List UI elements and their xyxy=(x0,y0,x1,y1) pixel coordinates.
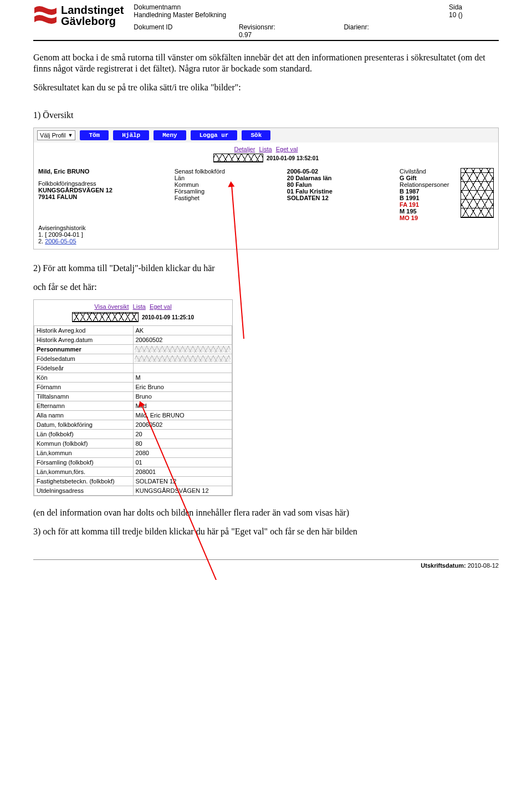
chevron-down-icon: ▼ xyxy=(68,132,73,138)
footer: Utskriftsdatum: 2010-08-12 xyxy=(33,559,499,569)
addr-line1: KUNGSGÅRDSVÄGEN 12 xyxy=(38,187,168,193)
footer-label: Utskriftsdatum: xyxy=(421,562,466,569)
paragraph-6: 3) och för att komma till tredje bilden … xyxy=(33,526,499,537)
detail-value xyxy=(133,345,232,354)
addr-label: Folkbokföringsadress xyxy=(38,180,168,187)
detail-value xyxy=(133,364,232,373)
table-row: EfternamnMild xyxy=(34,401,232,411)
detail-label: Förnamn xyxy=(34,383,134,392)
detail-value: Eric Bruno xyxy=(133,383,232,392)
detail-label: Alla namn xyxy=(34,411,134,420)
tab-egetval[interactable]: Eget val xyxy=(276,146,298,152)
btn-hjalp[interactable]: Hjälp xyxy=(113,130,149,140)
overview-screenshot: Välj Profil ▼ Töm Hjälp Meny Logga ur Sö… xyxy=(33,128,499,249)
tab-egetval-2[interactable]: Eget val xyxy=(150,303,172,310)
table-row: Historik Avreg.kodAK xyxy=(34,326,232,335)
detail-value: AK xyxy=(133,326,232,335)
logo: Landstinget Gävleborg xyxy=(33,3,124,28)
btn-meny[interactable]: Meny xyxy=(154,130,186,140)
table-row: Datum, folkbokföring20060502 xyxy=(34,420,232,430)
detail-value xyxy=(133,354,232,364)
detail-label: Tilltalsnamn xyxy=(34,392,134,401)
detail-label: Län,kommun xyxy=(34,448,134,458)
btn-tom[interactable]: Töm xyxy=(80,130,109,140)
overview-tabs: Detaljer Lista Eget val xyxy=(34,142,498,154)
detail-value: 20060502 xyxy=(133,420,232,430)
detail-value: SOLDATEN 12 xyxy=(133,477,232,486)
detail-label: Län (folkbokf) xyxy=(34,430,134,439)
detail-label: Personnummer xyxy=(34,345,134,354)
detail-value: 20060502 xyxy=(133,335,232,345)
table-row: KönM xyxy=(34,373,232,383)
paragraph-5: (en del information ovan har dolts och b… xyxy=(33,507,499,518)
detail-value: Mild, Eric BRUNO xyxy=(133,411,232,420)
tab-detaljer[interactable]: Detaljer xyxy=(234,146,255,152)
detail-value: Bruno xyxy=(133,392,232,401)
paragraph-3: 2) För att komma till "Detalj"-bilden kl… xyxy=(33,263,499,274)
tab-lista[interactable]: Lista xyxy=(259,146,272,152)
lbl-lan: Län xyxy=(175,175,280,181)
detail-label: Kön xyxy=(34,373,134,383)
table-row: Alla namnMild, Eric BRUNO xyxy=(34,411,232,420)
detail-label: Födelseår xyxy=(34,364,134,373)
table-row: Församling (folkbokf)01 xyxy=(34,458,232,467)
avis-label: Aviseringshistorik xyxy=(38,225,494,231)
detail-table: Historik Avreg.kodAKHistorik Avreg.datum… xyxy=(34,325,232,496)
detail-mosaic-icon xyxy=(72,312,139,322)
detail-label: Kommun (folkbokf) xyxy=(34,439,134,448)
val-kommun: 80 Falun xyxy=(287,181,393,188)
val-senast: 2006-05-02 xyxy=(287,168,393,175)
table-row: UtdelningsadressKUNGSGÅRDSVÄGEN 12 xyxy=(34,486,232,496)
val-fastighet: SOLDATEN 12 xyxy=(287,195,393,201)
avis-2-link[interactable]: 2006-05-05 xyxy=(45,238,76,244)
detail-value: Mild xyxy=(133,401,232,411)
detail-value: 2080 xyxy=(133,448,232,458)
lbl-senast: Senast folkbokförd xyxy=(175,168,280,175)
heading-1: 1) Översikt xyxy=(33,110,499,121)
detail-value: 80 xyxy=(133,439,232,448)
hdr-diarienr-label: Diarienr: xyxy=(344,23,449,31)
detail-value: 208001 xyxy=(133,467,232,477)
paragraph-2: Sökresultatet kan du se på tre olika sät… xyxy=(33,82,499,93)
toolbar: Välj Profil ▼ Töm Hjälp Meny Logga ur Sö… xyxy=(34,128,498,142)
detail-label: Efternamn xyxy=(34,401,134,411)
detail-label: Historik Avreg.kod xyxy=(34,326,134,335)
detail-timestamp: 2010-01-09 11:25:10 xyxy=(142,314,194,320)
detail-value: KUNGSGÅRDSVÄGEN 12 xyxy=(133,486,232,496)
logo-text-1: Landstinget xyxy=(61,4,124,16)
paragraph-1b: Några rutor är bockade som standard. xyxy=(178,64,312,73)
paragraph-4: och får se det här: xyxy=(33,282,499,293)
detail-value: 01 xyxy=(133,458,232,467)
hdr-dokid-label: Dokument ID xyxy=(134,23,239,31)
logo-text-2: Gävleborg xyxy=(61,16,124,27)
detail-screenshot: Visa översikt Lista Eget val 2010-01-09 … xyxy=(33,299,233,496)
detail-label: Fastighetsbeteckn. (folkbokf) xyxy=(34,477,134,486)
detail-label: Födelsedatum xyxy=(34,354,134,364)
btn-loggaur[interactable]: Logga ur xyxy=(191,130,238,140)
table-row: Län (folkbokf)20 xyxy=(34,430,232,439)
detail-label: Datum, folkbokföring xyxy=(34,420,134,430)
footer-value: 2010-08-12 xyxy=(468,562,499,569)
hdr-dokumentnamn-value: Handledning Master Befolkning xyxy=(134,11,239,19)
lbl-forsamling: Församling xyxy=(175,188,280,195)
avis-2-pre: 2. xyxy=(38,238,45,244)
table-row: Historik Avreg.datum20060502 xyxy=(34,335,232,345)
table-row: Län,kommun2080 xyxy=(34,448,232,458)
table-row: Födelseår xyxy=(34,364,232,373)
btn-sok[interactable]: Sök xyxy=(242,130,270,140)
val-lan: 20 Dalarnas län xyxy=(287,175,393,181)
lbl-fastighet: Fastighet xyxy=(175,195,280,201)
tab-visa-oversikt[interactable]: Visa översikt xyxy=(94,303,129,310)
landstinget-logo-icon xyxy=(33,3,58,28)
tab-lista-2[interactable]: Lista xyxy=(133,303,146,310)
hdr-revision-label: Revisionsnr: xyxy=(239,23,344,31)
table-row: Län,kommun,förs.208001 xyxy=(34,467,232,477)
detail-value: M xyxy=(133,373,232,383)
hdr-sida-label: Sida xyxy=(449,3,499,11)
table-row: Kommun (folkbokf)80 xyxy=(34,439,232,448)
detail-value: 20 xyxy=(133,430,232,439)
profile-select[interactable]: Välj Profil ▼ xyxy=(37,130,75,140)
overview-timestamp: 2010-01-09 13:52:01 xyxy=(267,155,319,161)
addr-line2: 79141 FALUN xyxy=(38,193,168,200)
table-row: Födelsedatum xyxy=(34,354,232,364)
